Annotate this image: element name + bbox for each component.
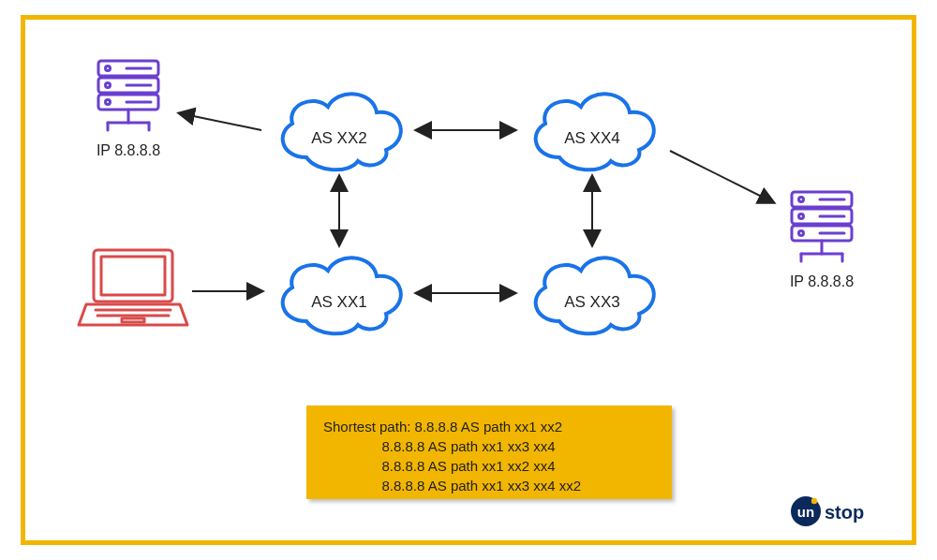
svg-text:un: un: [797, 504, 814, 520]
edge-as2-server-left: [180, 113, 261, 130]
svg-point-34: [811, 498, 817, 504]
unstop-logo-icon: un stop: [790, 495, 884, 527]
shortest-path-box: Shortest path: 8.8.8.8 AS path xx1 xx2 8…: [306, 405, 672, 499]
diagram-frame: IP 8.8.8.8 IP 8.8.8.8: [21, 15, 916, 545]
edge-as4-server-right: [670, 151, 773, 202]
unstop-logo: un stop: [790, 495, 884, 527]
pathbox-text: Shortest path: 8.8.8.8 AS path xx1 xx2 8…: [323, 419, 581, 494]
svg-text:stop: stop: [825, 502, 864, 523]
